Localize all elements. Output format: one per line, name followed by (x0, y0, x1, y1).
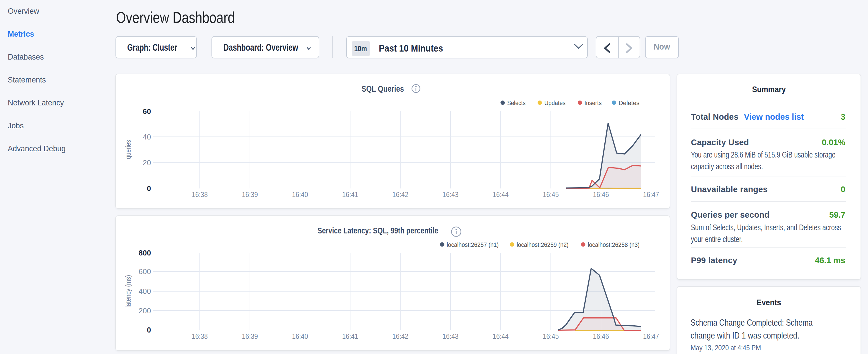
svg-text:200: 200 (139, 307, 151, 315)
svg-text:16:41: 16:41 (342, 332, 358, 341)
svg-text:16:44: 16:44 (493, 332, 509, 341)
svg-text:16:45: 16:45 (543, 332, 559, 341)
svg-text:16:44: 16:44 (493, 190, 509, 199)
svg-text:0: 0 (147, 326, 151, 334)
svg-text:localhost:26257 (n1): localhost:26257 (n1) (447, 241, 499, 248)
svg-text:16:47: 16:47 (643, 190, 659, 199)
svg-text:800: 800 (139, 249, 151, 257)
svg-text:16:41: 16:41 (342, 190, 358, 199)
svg-text:localhost:26259 (n2): localhost:26259 (n2) (517, 241, 568, 248)
svg-text:Selects: Selects (507, 99, 526, 106)
svg-text:16:40: 16:40 (292, 332, 308, 341)
svg-text:16:46: 16:46 (593, 190, 609, 199)
svg-text:16:39: 16:39 (242, 332, 258, 341)
svg-text:40: 40 (143, 133, 151, 141)
svg-text:16:42: 16:42 (392, 332, 408, 341)
svg-text:16:39: 16:39 (242, 190, 258, 199)
svg-text:16:42: 16:42 (392, 190, 408, 199)
svg-text:600: 600 (139, 267, 151, 276)
svg-text:16:43: 16:43 (442, 190, 459, 199)
svg-text:20: 20 (143, 158, 151, 167)
svg-text:Service Latency: SQL, 99th per: Service Latency: SQL, 99th percentile (317, 226, 438, 235)
svg-text:localhost:26258 (n3): localhost:26258 (n3) (588, 241, 640, 248)
svg-text:queries: queries (124, 140, 132, 159)
svg-text:16:40: 16:40 (292, 190, 308, 199)
svg-text:400: 400 (139, 287, 151, 296)
svg-text:16:43: 16:43 (442, 332, 459, 341)
svg-text:0: 0 (147, 184, 151, 193)
svg-text:60: 60 (143, 107, 151, 116)
svg-text:Updates: Updates (545, 99, 566, 106)
svg-text:SQL Queries: SQL Queries (362, 84, 404, 93)
svg-text:Inserts: Inserts (585, 99, 602, 106)
svg-text:16:45: 16:45 (543, 190, 559, 199)
svg-text:16:47: 16:47 (643, 332, 659, 341)
svg-text:16:38: 16:38 (192, 190, 208, 199)
svg-text:latency (ms): latency (ms) (124, 275, 132, 308)
svg-text:Deletes: Deletes (619, 99, 640, 106)
svg-text:16:46: 16:46 (593, 332, 609, 341)
svg-text:16:38: 16:38 (192, 332, 208, 341)
